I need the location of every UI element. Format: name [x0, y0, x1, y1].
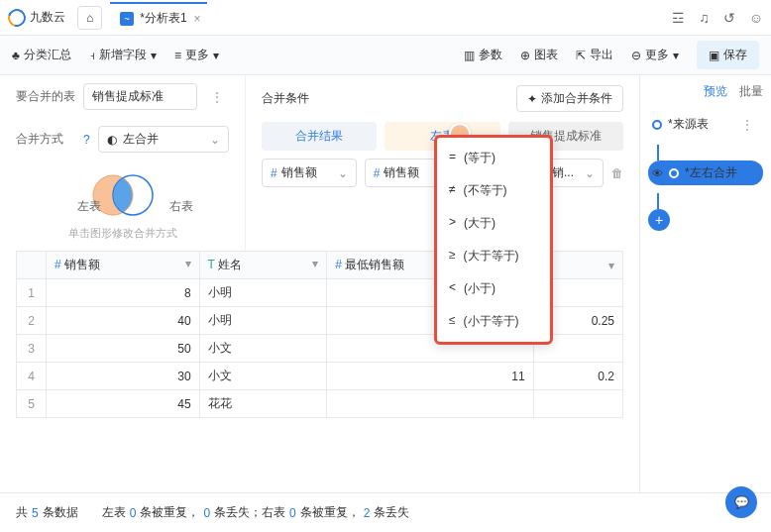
cond-title: 合并条件: [262, 90, 309, 107]
col-name[interactable]: T 姓名▾: [199, 252, 327, 279]
table-row[interactable]: 545花花: [17, 390, 623, 418]
eye-icon: 👁: [652, 167, 663, 179]
delete-icon[interactable]: 🗑: [611, 166, 623, 180]
params-button[interactable]: ▥参数: [464, 47, 502, 63]
tab-preview[interactable]: 预览: [704, 83, 727, 100]
close-icon[interactable]: ×: [194, 12, 201, 26]
tab-result[interactable]: 合并结果: [262, 122, 377, 151]
save-button[interactable]: ▣保存: [697, 41, 759, 69]
list-icon[interactable]: ☲: [672, 10, 685, 26]
tab-active[interactable]: ~ *分析表1 ×: [110, 2, 206, 33]
field-left[interactable]: #销售额⌄: [262, 159, 357, 187]
merge-table-row: 要合并的表 销售提成标准 ⋮: [0, 75, 245, 118]
home-button[interactable]: ⌂: [77, 6, 102, 30]
add-condition-button[interactable]: ✦添加合并条件: [516, 85, 623, 112]
merge-method-label: 合并方式: [16, 131, 75, 148]
tab-title: *分析表1: [140, 10, 186, 27]
classify-button[interactable]: ♣分类汇总: [12, 47, 71, 63]
dd-gte[interactable]: ≥(大于等于): [437, 240, 550, 272]
venn-diagram[interactable]: 左表 右表 单击图形修改合并方式: [0, 160, 245, 251]
chart-button[interactable]: ⊕图表: [520, 47, 558, 63]
chat-button[interactable]: 💬: [725, 486, 757, 518]
col-sales[interactable]: # 销售额▾: [47, 252, 200, 279]
node-source[interactable]: *来源表⋮: [648, 112, 763, 137]
steps-panel: 预览 批量 *来源表⋮ 👁*左右合并 +: [639, 75, 771, 492]
help-icon[interactable]: ?: [83, 133, 90, 147]
bell-icon[interactable]: ♫: [699, 10, 710, 26]
merge-method-row: 合并方式 ? ◐左合并⌄: [0, 118, 245, 160]
merge-method-select[interactable]: ◐左合并⌄: [98, 126, 229, 153]
more-button[interactable]: ≡更多▾: [174, 47, 219, 63]
merge-table-select[interactable]: 销售提成标准: [83, 83, 197, 110]
add-step-button[interactable]: +: [648, 209, 670, 231]
tab-batch[interactable]: 批量: [739, 83, 763, 100]
toolbar: ♣分类汇总 ⫞新增字段▾ ≡更多▾ ▥参数 ⊕图表 ⇱导出 ⊖更多▾ ▣保存: [0, 36, 771, 75]
user-icon[interactable]: ☺: [749, 10, 763, 26]
dd-gt[interactable]: >(大于): [437, 207, 550, 240]
export-button[interactable]: ⇱导出: [576, 47, 613, 63]
add-field-button[interactable]: ⫞新增字段▾: [89, 47, 157, 63]
table-row[interactable]: 430小文110.2: [17, 363, 623, 390]
more2-button[interactable]: ⊖更多▾: [631, 47, 679, 63]
dd-lt[interactable]: <(小于): [437, 272, 550, 305]
col-index: [17, 252, 47, 279]
brand-logo: 九数云: [8, 9, 65, 27]
app-header: 九数云 ⌂ ~ *分析表1 × ☲ ♫ ↺ ☺: [0, 0, 771, 36]
dd-not-equals[interactable]: ≠(不等于): [437, 174, 550, 207]
status-bar: 共5条数据 左表0条被重复， 0条丢失；右表 0条被重复， 2条丢失: [0, 492, 771, 532]
header-actions: ☲ ♫ ↺ ☺: [672, 10, 763, 26]
sheet-icon: ~: [120, 12, 134, 26]
history-icon[interactable]: ↺: [723, 10, 735, 26]
dd-lte[interactable]: ≤(小于等于): [437, 305, 550, 338]
brand-text: 九数云: [30, 9, 65, 26]
venn-hint: 单击图形修改合并方式: [0, 226, 245, 241]
dd-equals[interactable]: =(等于): [437, 142, 550, 174]
more-icon[interactable]: ⋮: [205, 90, 229, 104]
logo-icon: [5, 5, 30, 30]
operator-dropdown: =(等于) ≠(不等于) >(大于) ≥(大于等于) <(小于) ≤(小于等于): [434, 135, 553, 345]
merge-table-label: 要合并的表: [16, 88, 75, 105]
node-merge[interactable]: 👁*左右合并: [648, 160, 763, 185]
